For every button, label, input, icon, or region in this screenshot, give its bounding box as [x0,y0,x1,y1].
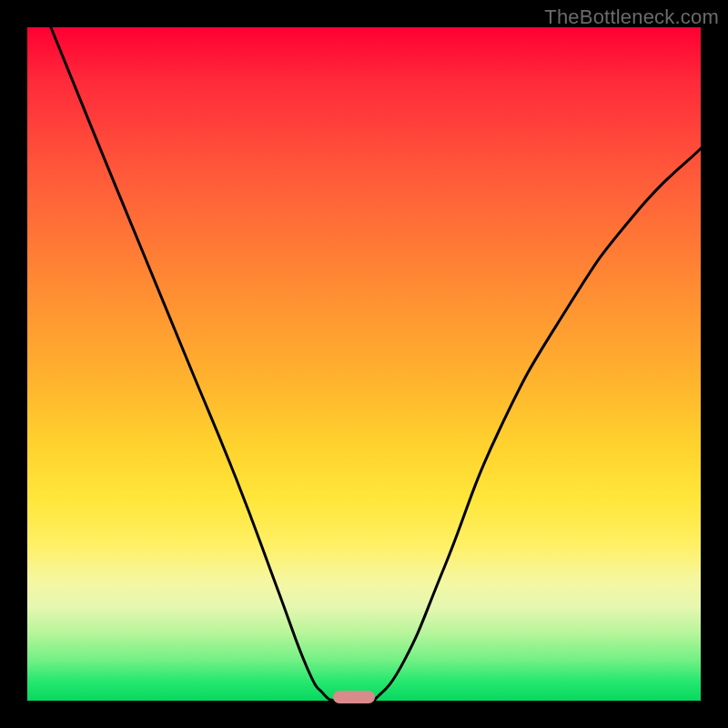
watermark-text: TheBottleneck.com [544,5,719,29]
curve-layer [27,27,701,701]
series-right-curve [374,148,701,701]
min-marker [333,691,375,703]
series-left-curve [51,27,334,701]
outer-frame: TheBottleneck.com [0,0,728,728]
plot-area [27,27,701,701]
